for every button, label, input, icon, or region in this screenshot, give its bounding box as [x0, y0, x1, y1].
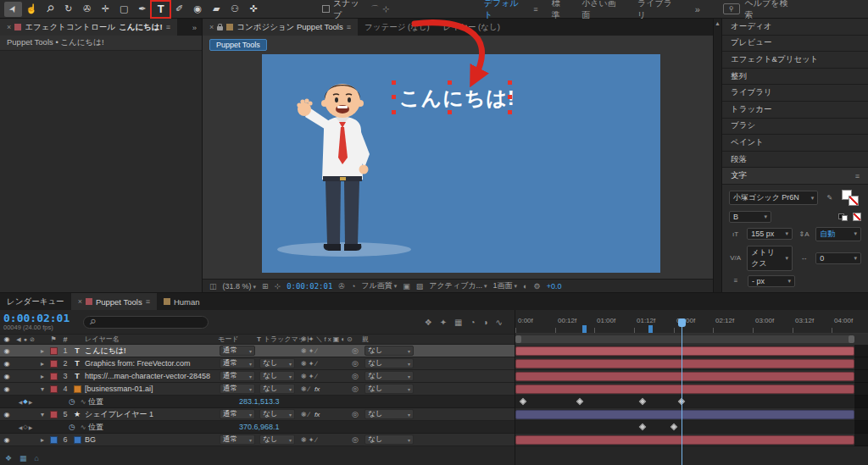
- panel-paragraph[interactable]: 段落: [722, 152, 868, 169]
- no-color-swatch[interactable]: [853, 213, 861, 221]
- keyframe-navigator[interactable]: ◀◆▶: [14, 398, 37, 405]
- comp-marker[interactable]: [582, 325, 587, 333]
- twirl-icon[interactable]: ▸: [37, 434, 47, 446]
- table-row[interactable]: ◉ ▾ 5 ★ シェイプレイヤー 1 通常 なし ❋∕fx ◎ なし: [0, 408, 515, 421]
- tab-render-queue[interactable]: レンダーキュー: [0, 293, 71, 310]
- parent-dropdown[interactable]: なし: [364, 384, 414, 394]
- panel-align[interactable]: 整列: [722, 69, 868, 86]
- exposure-control[interactable]: +0.0: [547, 282, 562, 291]
- roi-icon[interactable]: ▣: [403, 282, 410, 291]
- workspace-library[interactable]: ライブラリ: [637, 0, 681, 21]
- panel-scrollbar[interactable]: ▲: [714, 19, 722, 292]
- work-area-start-handle[interactable]: [515, 335, 521, 343]
- kerning-select[interactable]: メトリクス: [747, 246, 793, 271]
- font-style-select[interactable]: B: [729, 211, 771, 223]
- zoom-tool[interactable]: ⚲: [42, 2, 59, 17]
- keyframe-icon[interactable]: [520, 398, 526, 405]
- mode-dropdown[interactable]: 通常: [220, 435, 255, 445]
- panel-library[interactable]: ライブラリ: [722, 85, 868, 102]
- expand-inout-pane-icon[interactable]: ▦: [19, 454, 27, 462]
- keyframe-navigator[interactable]: ◀◇▶: [14, 423, 37, 430]
- property-row[interactable]: ◀◆▶ ◷ ∿ 位置 283.1,513.3: [0, 396, 515, 408]
- fill-stroke-swatches[interactable]: [842, 190, 861, 207]
- parent-pickwhip-icon[interactable]: ◎: [348, 370, 362, 382]
- parent-dropdown[interactable]: なし: [364, 435, 414, 445]
- scroll-up-icon[interactable]: ▲: [715, 20, 721, 26]
- hide-shy-icon[interactable]: ▦: [454, 318, 462, 327]
- lock-icon[interactable]: [217, 26, 223, 30]
- property-name[interactable]: 位置: [88, 396, 103, 407]
- snap-checkbox[interactable]: [322, 5, 330, 13]
- visibility-toggle[interactable]: ◉: [0, 370, 14, 382]
- comp-mini-flowchart-icon[interactable]: ❖: [425, 318, 432, 327]
- panel-menu-icon[interactable]: ≡: [146, 297, 150, 306]
- panel-preview[interactable]: プレビュー: [722, 36, 868, 53]
- property-value[interactable]: 283.1,513.3: [239, 397, 280, 406]
- panel-effects-presets[interactable]: エフェクト&プリセット: [722, 52, 868, 69]
- matte-dropdown[interactable]: なし: [259, 371, 295, 381]
- frame-blend-icon[interactable]: ◔: [470, 318, 476, 327]
- layer-switches[interactable]: ❋∕fx: [298, 383, 348, 395]
- close-icon[interactable]: ×: [7, 23, 11, 31]
- tsume-select[interactable]: - px: [748, 275, 795, 287]
- snap-option2-icon[interactable]: ⊹: [382, 4, 389, 14]
- keyframe-icon[interactable]: [670, 423, 677, 430]
- work-area-bar[interactable]: [515, 334, 868, 345]
- workspace-standard[interactable]: 標準: [552, 0, 569, 21]
- shape-tool[interactable]: ▢: [115, 2, 133, 17]
- pen-tool[interactable]: ✒: [134, 2, 152, 17]
- comp-marker[interactable]: [648, 325, 653, 333]
- label-color-swatch[interactable]: [47, 357, 59, 369]
- motion-blur-icon[interactable]: ◑: [483, 318, 488, 327]
- timeline-search-input[interactable]: ⚲: [83, 316, 209, 329]
- tab-layer[interactable]: レイヤー (なし): [437, 19, 507, 36]
- layer-name[interactable]: こんにちは!: [83, 345, 218, 357]
- matte-dropdown[interactable]: なし: [259, 384, 295, 394]
- panel-menu-icon[interactable]: ≡: [855, 172, 860, 180]
- current-time-display[interactable]: 0:00:02:01 00049 (24.00 fps): [3, 313, 76, 332]
- layer-duration-bar[interactable]: [515, 359, 854, 368]
- leading-select[interactable]: 自動: [815, 227, 861, 241]
- draft-3d-icon[interactable]: ✦: [440, 318, 447, 327]
- panel-menu-icon[interactable]: ≡: [166, 23, 170, 31]
- layer-bar-row[interactable]: [515, 345, 868, 357]
- parent-dropdown[interactable]: なし: [364, 358, 414, 368]
- layer-bar-row[interactable]: [515, 383, 868, 396]
- table-row[interactable]: ◉ ▸ 2 T Graphics from: FreeVector.com 通常…: [0, 357, 515, 370]
- twirl-icon[interactable]: ▸: [37, 370, 47, 382]
- visibility-toggle[interactable]: ◉: [0, 345, 14, 357]
- text-selection-handles[interactable]: [393, 82, 510, 113]
- work-area-end-handle[interactable]: [849, 335, 854, 343]
- effect-controls-body[interactable]: [0, 51, 202, 292]
- twirl-icon[interactable]: ▾: [37, 408, 47, 420]
- layer-switches[interactable]: ❋✦∕: [298, 434, 348, 446]
- layer-bar-row[interactable]: [515, 370, 868, 383]
- grid-icon[interactable]: ⊞: [262, 282, 269, 291]
- mode-dropdown[interactable]: 通常: [220, 409, 255, 419]
- tab-composition[interactable]: × コンポジション Puppet Tools ≡: [203, 19, 358, 36]
- layer-name[interactable]: https://...man-character-vector-28458: [83, 370, 218, 382]
- panel-audio[interactable]: オーディオ: [722, 19, 868, 36]
- layer-duration-bar[interactable]: [515, 372, 854, 381]
- workspace-menu-icon[interactable]: ≡: [533, 5, 537, 14]
- panel-paint[interactable]: ペイント: [722, 135, 868, 152]
- property-value[interactable]: 370.6,968.1: [239, 423, 280, 431]
- matte-dropdown[interactable]: なし: [259, 409, 295, 419]
- panel-brushes[interactable]: ブラシ: [722, 119, 868, 136]
- layer-duration-bar[interactable]: [515, 410, 854, 419]
- visibility-toggle[interactable]: ◉: [0, 357, 14, 369]
- panel-character[interactable]: 文字 ≡: [722, 168, 868, 185]
- clone-stamp-tool[interactable]: ◉: [189, 2, 207, 17]
- property-row[interactable]: ◀◇▶ ◷ ∿ 位置 370.6,968.1: [0, 421, 515, 434]
- default-colors-icon[interactable]: [838, 212, 848, 221]
- eraser-tool[interactable]: ▰: [208, 2, 225, 17]
- parent-dropdown[interactable]: なし: [364, 409, 414, 419]
- roto-brush-tool[interactable]: ⚇: [226, 2, 244, 17]
- mode-dropdown[interactable]: 通常: [220, 346, 255, 356]
- view-menu-icon[interactable]: ◫: [209, 282, 217, 291]
- close-icon[interactable]: ×: [209, 23, 214, 31]
- label-color-swatch[interactable]: [47, 370, 59, 382]
- twirl-icon[interactable]: ▾: [37, 383, 47, 395]
- stopwatch-icon[interactable]: ◷: [66, 421, 78, 433]
- parent-dropdown[interactable]: なし: [364, 346, 414, 356]
